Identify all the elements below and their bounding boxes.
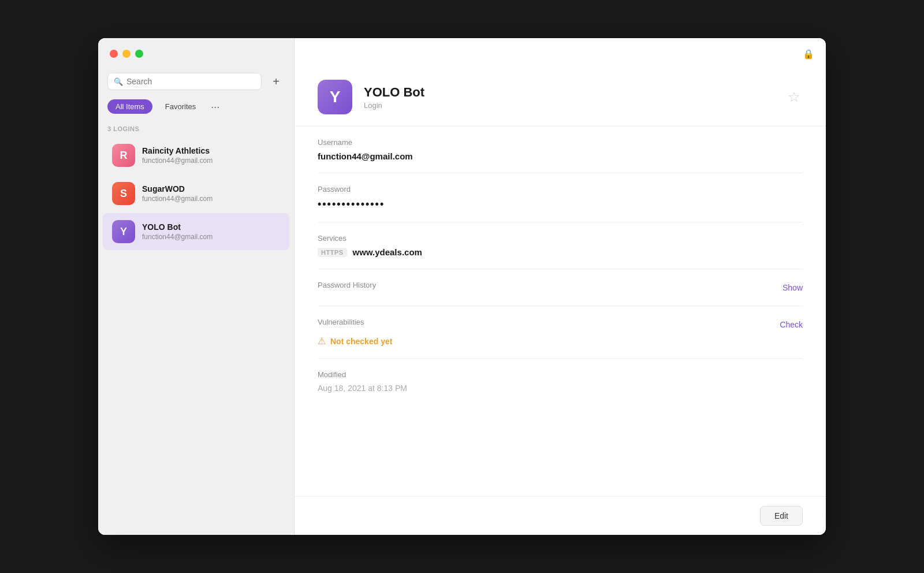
search-icon: 🔍 <box>114 77 123 86</box>
vulnerabilities-section: Vulnerabilities Check ⚠ Not checked yet <box>318 306 803 359</box>
list-item[interactable]: R Raincity Athletics function44@gmail.co… <box>103 137 289 174</box>
login-name: YOLO Bot <box>142 222 280 232</box>
detail-avatar: Y <box>318 80 352 114</box>
close-button[interactable] <box>110 50 118 58</box>
login-info: SugarWOD function44@gmail.com <box>142 184 280 203</box>
fullscreen-button[interactable] <box>135 50 143 58</box>
vuln-status-row: ⚠ Not checked yet <box>318 336 803 347</box>
modified-value: Aug 18, 2021 at 8:13 PM <box>318 384 803 393</box>
sidebar-top-bar: 🔍 + <box>98 66 294 97</box>
warning-icon: ⚠ <box>318 336 326 347</box>
detail-title-block: YOLO Bot Login <box>364 85 774 110</box>
login-name: Raincity Athletics <box>142 146 280 155</box>
list-item[interactable]: Y YOLO Bot function44@gmail.com <box>103 213 289 250</box>
filter-all-items[interactable]: All Items <box>107 99 152 114</box>
password-label: Password <box>318 185 803 194</box>
login-email: function44@gmail.com <box>142 195 280 203</box>
password-history-label: Password History <box>318 281 376 289</box>
password-history-row: Password History Show <box>318 281 803 294</box>
login-name: SugarWOD <box>142 184 280 194</box>
sidebar: 🔍 + All Items Favorites ··· 3 LOGINS R R… <box>98 38 295 535</box>
password-value: •••••••••••••• <box>318 198 803 210</box>
username-label: Username <box>318 138 803 147</box>
detail-header: Y YOLO Bot Login ☆ <box>295 66 826 126</box>
logins-header: 3 LOGINS <box>98 121 294 136</box>
username-value: function44@gmail.com <box>318 151 803 161</box>
vuln-status-text: Not checked yet <box>330 337 392 346</box>
https-badge: HTTPS <box>318 248 347 257</box>
login-info: Raincity Athletics function44@gmail.com <box>142 146 280 165</box>
search-input[interactable] <box>126 77 255 86</box>
add-item-button[interactable]: + <box>267 73 285 90</box>
detail-body: Username function44@gmail.com Password •… <box>295 126 826 496</box>
detail-footer: Edit <box>295 496 826 535</box>
login-list: R Raincity Athletics function44@gmail.co… <box>98 136 294 535</box>
detail-title: YOLO Bot <box>364 85 774 100</box>
password-history-section: Password History Show <box>318 269 803 306</box>
services-row: HTTPS www.ydeals.com <box>318 247 803 257</box>
modified-section: Modified Aug 18, 2021 at 8:13 PM <box>318 359 803 404</box>
favorite-star-button[interactable]: ☆ <box>785 87 803 107</box>
list-item[interactable]: S SugarWOD function44@gmail.com <box>103 175 289 212</box>
login-info: YOLO Bot function44@gmail.com <box>142 222 280 241</box>
avatar: R <box>112 144 135 167</box>
detail-subtitle: Login <box>364 101 774 110</box>
app-body: 🔍 + All Items Favorites ··· 3 LOGINS R R… <box>98 38 826 535</box>
password-section: Password •••••••••••••• <box>318 173 803 222</box>
modified-label: Modified <box>318 370 803 379</box>
more-options-button[interactable]: ··· <box>211 102 219 112</box>
search-bar[interactable]: 🔍 <box>107 73 262 90</box>
login-email: function44@gmail.com <box>142 233 280 241</box>
detail-panel: Y YOLO Bot Login ☆ Username function44@g… <box>295 38 826 535</box>
edit-button[interactable]: Edit <box>760 506 803 526</box>
services-section: Services HTTPS www.ydeals.com <box>318 222 803 269</box>
minimize-button[interactable] <box>122 50 131 58</box>
avatar: Y <box>112 220 135 243</box>
vulnerabilities-row: Vulnerabilities Check <box>318 318 803 331</box>
traffic-lights <box>110 50 143 58</box>
services-label: Services <box>318 234 803 243</box>
login-email: function44@gmail.com <box>142 157 280 165</box>
filter-bar: All Items Favorites ··· <box>98 97 294 121</box>
app-window: 🔒 🔍 + All Items Favorites ··· 3 LOGINS R <box>98 38 826 535</box>
filter-favorites[interactable]: Favorites <box>157 99 204 114</box>
check-vulnerabilities-button[interactable]: Check <box>780 320 803 329</box>
avatar: S <box>112 182 135 205</box>
show-history-button[interactable]: Show <box>783 283 803 292</box>
service-url[interactable]: www.ydeals.com <box>353 247 422 257</box>
username-section: Username function44@gmail.com <box>318 126 803 173</box>
lock-icon: 🔒 <box>803 49 814 59</box>
vulnerabilities-label: Vulnerabilities <box>318 318 364 326</box>
